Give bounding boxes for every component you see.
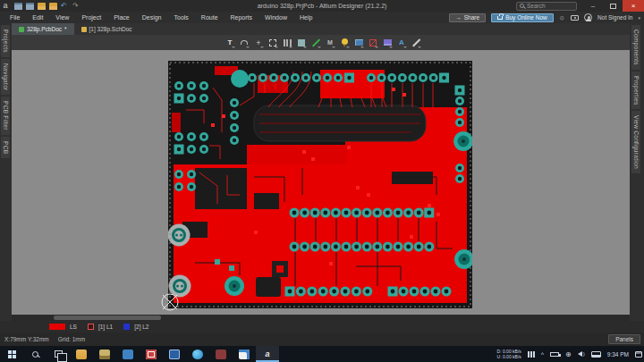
taskbar-search-button[interactable] xyxy=(23,346,47,362)
hidden-icons-chevron[interactable]: ^ xyxy=(541,351,544,358)
app-navy-icon xyxy=(169,349,180,359)
ruler-icon xyxy=(384,39,392,46)
menu-reports[interactable]: Reports xyxy=(225,12,259,23)
panels-button[interactable]: Panels xyxy=(608,334,640,344)
multi-route-tool-button[interactable]: M xyxy=(324,37,336,48)
redo-icon[interactable]: ↷ xyxy=(72,3,80,10)
arc-tool-button[interactable] xyxy=(238,37,250,48)
panel-tab-pcb[interactable]: PCB xyxy=(1,137,10,158)
panel-tab-view-configuration[interactable]: View Configuration xyxy=(631,111,640,173)
keyboard-icon[interactable] xyxy=(591,351,601,358)
layer-tab-l1[interactable]: [1] L1 xyxy=(97,324,114,330)
line-icon xyxy=(412,38,420,46)
minimize-button[interactable]: – xyxy=(583,0,603,12)
menu-view[interactable]: View xyxy=(49,12,75,23)
green-line-tool-button[interactable] xyxy=(309,37,322,48)
green-line-icon xyxy=(311,38,319,46)
layer-sets-button[interactable]: LS xyxy=(68,324,79,330)
close-button[interactable]: × xyxy=(623,0,644,12)
panel-tab-pcb-filter[interactable]: PCB Filter xyxy=(1,97,10,135)
action-center-icon[interactable] xyxy=(635,351,642,358)
layer1-color-swatch xyxy=(88,324,94,330)
panel-tab-navigator[interactable]: Navigator xyxy=(1,59,10,96)
layer-tab-l2[interactable]: [2] L2 xyxy=(132,324,150,330)
save-all-icon[interactable] xyxy=(26,3,34,10)
scrollbar-thumb[interactable] xyxy=(54,316,161,320)
fill-tool-button[interactable] xyxy=(295,37,308,48)
cursor-coordinates: X:79mm Y:32mm xyxy=(4,336,49,342)
system-tray: D: 0.00 kB/s U: 0.00 kB/s ^ ⊕ ) 9:34 PM xyxy=(497,346,642,362)
gear-icon[interactable]: ☼ xyxy=(559,13,565,22)
app-red-icon xyxy=(146,349,157,359)
right-panel-strip: Components Properties View Configuration xyxy=(630,23,644,321)
taskbar-edge[interactable] xyxy=(186,346,209,362)
keepout-tool-button[interactable] xyxy=(367,37,379,48)
menu-tools[interactable]: Tools xyxy=(168,12,195,23)
menu-project[interactable]: Project xyxy=(75,12,107,23)
menu-edit[interactable]: Edit xyxy=(26,12,49,23)
layer-bar: LS [1] L1 [2] L2 xyxy=(0,321,644,333)
buy-online-button[interactable]: Buy Online Now xyxy=(491,13,554,22)
menu-file[interactable]: File xyxy=(4,12,26,23)
string-tool-button[interactable]: A xyxy=(395,37,408,48)
task-view-button[interactable] xyxy=(47,346,70,362)
pin-tool-button[interactable] xyxy=(338,37,351,48)
maximize-button[interactable] xyxy=(603,0,623,12)
start-button[interactable] xyxy=(0,346,23,362)
taskbar-app-navy[interactable] xyxy=(163,346,186,362)
string-icon: A xyxy=(399,38,404,46)
panel-tab-components[interactable]: Components xyxy=(631,25,640,70)
search-input[interactable]: Search xyxy=(516,2,577,11)
pcb-canvas[interactable] xyxy=(12,50,630,315)
fill-icon xyxy=(298,39,305,46)
taskbar-app-gold[interactable] xyxy=(93,346,116,362)
folder-icon xyxy=(76,349,87,359)
altium-designer-window: a ↶ ↷ arduino 328p.PrjPcb - Altium Desig… xyxy=(0,0,644,362)
taskbar-app-blue[interactable] xyxy=(116,346,140,362)
chart-tool-button[interactable] xyxy=(281,37,293,48)
share-button[interactable]: → Share xyxy=(449,13,486,22)
upload-speed: U: 0.00 kB/s xyxy=(497,354,521,359)
left-panel-strip: Projects Navigator PCB Filter PCB xyxy=(0,23,12,321)
taskbar-clock[interactable]: 9:34 PM xyxy=(607,351,629,358)
menu-place[interactable]: Place xyxy=(107,12,136,23)
battery-icon[interactable] xyxy=(550,352,559,357)
tab-schdoc[interactable]: [1] 328p.SchDoc xyxy=(74,23,140,35)
save-icon[interactable] xyxy=(14,3,22,10)
panel-tab-projects[interactable]: Projects xyxy=(1,25,10,57)
user-avatar-icon[interactable] xyxy=(584,13,592,21)
crosshair-tool-button[interactable]: + xyxy=(252,37,265,48)
rectangle-tool-button[interactable] xyxy=(267,37,279,48)
horizontal-scrollbar[interactable] xyxy=(12,315,630,321)
taskbar-app-red[interactable] xyxy=(140,346,163,362)
menu-window[interactable]: Window xyxy=(258,12,293,23)
taskbar-altium-active[interactable]: a xyxy=(256,346,279,362)
taskbar-app-white[interactable] xyxy=(233,346,256,362)
pin-icon xyxy=(342,38,348,45)
network-icon[interactable]: ⊕ xyxy=(565,350,572,358)
open-folder-icon[interactable] xyxy=(38,3,46,10)
multi-route-icon: M xyxy=(327,39,333,46)
ruler-tool-button[interactable] xyxy=(381,37,394,48)
menu-help[interactable]: Help xyxy=(293,12,318,23)
grid-setting: Grid: 1mm xyxy=(58,336,85,342)
pcb-board-graphic xyxy=(168,61,472,308)
taskbar-app-maroon[interactable] xyxy=(209,346,233,362)
file-explorer-button[interactable] xyxy=(70,346,93,362)
tab-pcbdoc[interactable]: 328p.PcbDoc * xyxy=(12,23,74,35)
panel-tab-properties[interactable]: Properties xyxy=(631,72,640,110)
traffic-graph-icon[interactable] xyxy=(528,351,535,358)
line-tool-button[interactable] xyxy=(410,37,422,48)
image-tool-button[interactable] xyxy=(352,37,365,48)
pcb-doc-icon xyxy=(19,27,24,32)
windows-logo-icon xyxy=(8,350,16,358)
volume-icon[interactable]: ) xyxy=(578,351,585,357)
camera-icon[interactable] xyxy=(571,15,579,21)
undo-icon[interactable]: ↶ xyxy=(61,3,69,10)
text-tool-button[interactable]: T xyxy=(224,37,236,48)
search-icon xyxy=(32,351,38,358)
open-project-icon[interactable] xyxy=(49,3,57,10)
menu-design[interactable]: Design xyxy=(136,12,168,23)
signin-status[interactable]: Not Signed In xyxy=(597,14,632,21)
menu-route[interactable]: Route xyxy=(195,12,225,23)
